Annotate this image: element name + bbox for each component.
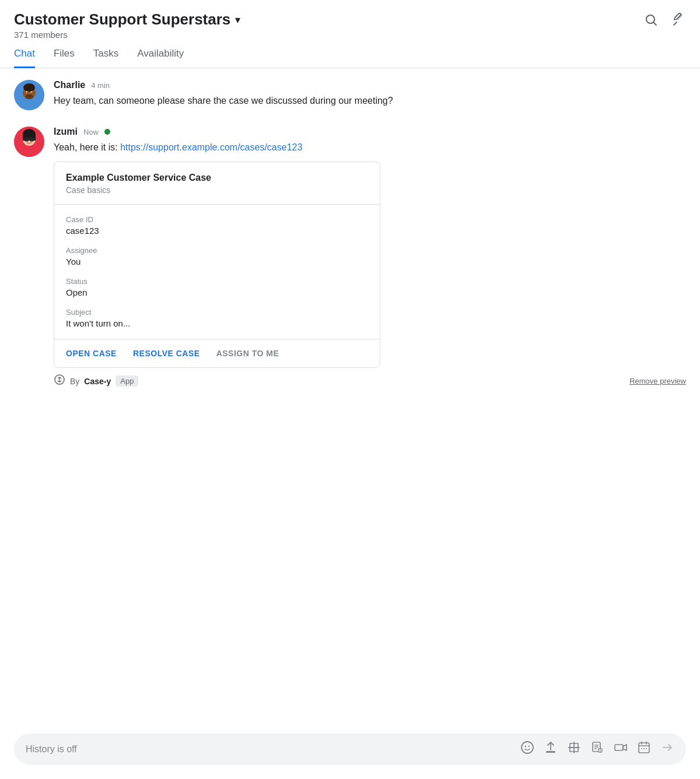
svg-point-20 xyxy=(32,139,33,140)
svg-point-19 xyxy=(26,139,27,140)
svg-line-2 xyxy=(674,22,677,25)
tab-files[interactable]: Files xyxy=(54,48,75,68)
case-field-assignee: Assignee You xyxy=(66,246,368,266)
case-card-subtitle: Case basics xyxy=(66,185,368,195)
message-text-izumi: Yeah, here it is: https://support.exampl… xyxy=(54,141,686,155)
message-header-charlie: Charlie 4 min xyxy=(54,80,686,90)
case-field-id: Case ID case123 xyxy=(66,215,368,236)
svg-point-41 xyxy=(643,748,645,749)
message-body-charlie: Charlie 4 min Hey team, can someone plea… xyxy=(54,80,686,110)
calendar-icon[interactable] xyxy=(637,741,651,758)
message-time-charlie: 4 min xyxy=(91,81,110,90)
svg-rect-35 xyxy=(615,745,623,750)
send-button[interactable] xyxy=(660,741,674,758)
tab-availability[interactable]: Availability xyxy=(137,48,184,68)
attribution-app-name: Case-y xyxy=(84,377,111,386)
case-field-value-status: Open xyxy=(66,287,368,297)
online-status-dot xyxy=(104,129,110,135)
emoji-icon[interactable] xyxy=(520,741,534,758)
attribution: By Case-y App Remove preview xyxy=(54,374,686,388)
app-badge: App xyxy=(116,376,138,387)
header-left: Customer Support Superstars ▾ 371 member… xyxy=(14,10,240,40)
case-card-body: Case ID case123 Assignee You Status Open… xyxy=(54,205,380,339)
svg-line-1 xyxy=(654,23,657,26)
header-icons xyxy=(644,13,686,30)
search-icon[interactable] xyxy=(644,13,658,30)
svg-point-10 xyxy=(32,92,33,93)
case-field-value-id: case123 xyxy=(66,226,368,236)
video-icon[interactable] xyxy=(614,741,628,758)
remove-preview-button[interactable]: Remove preview xyxy=(629,377,686,385)
case-link[interactable]: https://support.example.com/cases/case12… xyxy=(120,142,302,152)
case-card-header: Example Customer Service Case Case basic… xyxy=(54,162,380,205)
dropdown-icon[interactable]: ▾ xyxy=(235,13,240,26)
header-title: Customer Support Superstars ▾ xyxy=(14,10,240,29)
members-count: 371 members xyxy=(14,30,240,40)
attribution-by: By xyxy=(70,377,79,386)
pin-icon[interactable] xyxy=(672,13,686,30)
casey-icon xyxy=(54,374,65,388)
chat-area: Charlie 4 min Hey team, can someone plea… xyxy=(0,68,700,727)
case-field-value-subject: It won't turn on... xyxy=(66,318,368,328)
assign-to-me-button[interactable]: ASSIGN TO ME xyxy=(216,349,279,358)
input-placeholder[interactable]: History is off xyxy=(26,744,512,755)
message-izumi: Izumi Now Yeah, here it is: https://supp… xyxy=(14,127,686,388)
tab-tasks[interactable]: Tasks xyxy=(93,48,118,68)
input-icons xyxy=(520,741,674,758)
message-charlie: Charlie 4 min Hey team, can someone plea… xyxy=(14,80,686,110)
open-case-button[interactable]: OPEN CASE xyxy=(66,349,117,358)
case-field-subject: Subject It won't turn on... xyxy=(66,308,368,328)
svg-point-9 xyxy=(27,92,28,93)
upload-icon[interactable] xyxy=(544,741,558,758)
svg-point-25 xyxy=(525,746,526,747)
case-field-status: Status Open xyxy=(66,277,368,297)
case-card: Example Customer Service Case Case basic… xyxy=(54,162,380,368)
sender-name-izumi: Izumi xyxy=(54,127,78,137)
svg-point-42 xyxy=(646,748,647,749)
svg-point-11 xyxy=(25,94,33,99)
message-body-izumi: Izumi Now Yeah, here it is: https://supp… xyxy=(54,127,686,388)
case-field-label-subject: Subject xyxy=(66,308,368,317)
sender-name-charlie: Charlie xyxy=(54,80,85,90)
svg-rect-27 xyxy=(546,751,555,753)
svg-point-40 xyxy=(641,748,642,749)
avatar-charlie xyxy=(14,80,44,110)
input-bar: History is off xyxy=(14,734,686,765)
case-field-label-assignee: Assignee xyxy=(66,246,368,255)
case-field-label-id: Case ID xyxy=(66,215,368,224)
case-field-label-status: Status xyxy=(66,277,368,286)
message-text-charlie: Hey team, can someone please share the c… xyxy=(54,94,686,108)
avatar-izumi xyxy=(14,127,44,157)
svg-point-26 xyxy=(528,746,530,747)
group-name: Customer Support Superstars xyxy=(14,10,230,29)
message-time-izumi: Now xyxy=(83,128,99,136)
message-header-izumi: Izumi Now xyxy=(54,127,686,137)
header: Customer Support Superstars ▾ 371 member… xyxy=(0,0,700,40)
case-field-value-assignee: You xyxy=(66,257,368,266)
case-card-title: Example Customer Service Case xyxy=(66,173,368,183)
resolve-case-button[interactable]: RESOLVE CASE xyxy=(133,349,200,358)
add-icon[interactable] xyxy=(567,741,581,758)
svg-point-5 xyxy=(23,83,35,92)
tabs: Chat Files Tasks Availability xyxy=(0,48,700,68)
tab-chat[interactable]: Chat xyxy=(14,48,35,68)
svg-point-24 xyxy=(522,742,533,753)
note-icon[interactable] xyxy=(590,741,604,758)
case-card-actions: OPEN CASE RESOLVE CASE ASSIGN TO ME xyxy=(54,339,380,367)
svg-rect-36 xyxy=(639,743,649,753)
